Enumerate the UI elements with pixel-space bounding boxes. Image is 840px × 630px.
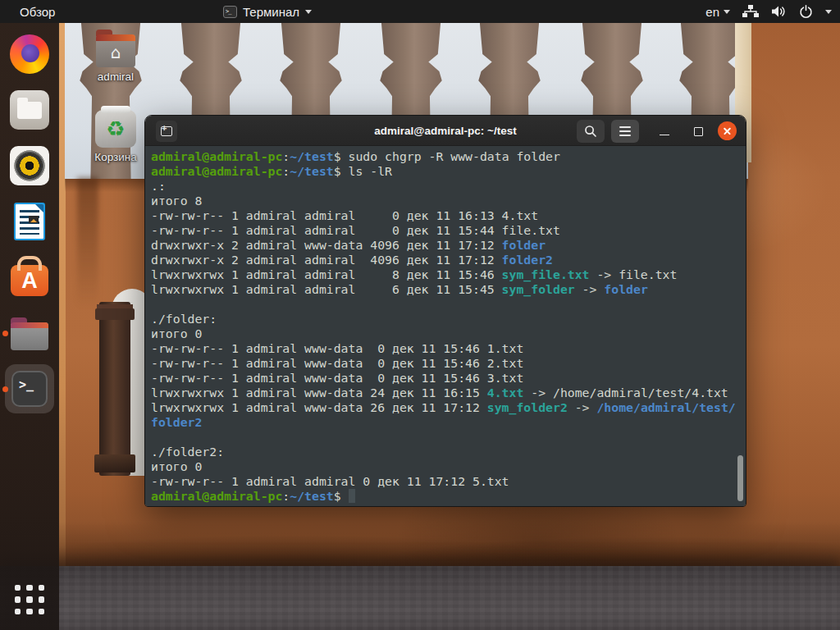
trash-icon: ♻ [95, 110, 136, 148]
close-icon [718, 121, 737, 140]
folder-icon [11, 322, 48, 350]
terminal-line: итого 0 [151, 326, 746, 341]
terminal-line: lrwxrwxrwx 1 admiral admiral 6 дек 11 15… [151, 282, 746, 297]
desktop-icon-trash[interactable]: ♻ Корзина [86, 110, 145, 163]
desktop-icon-label: Корзина [86, 151, 145, 163]
terminal-line: folder2 [151, 415, 746, 430]
new-tab-icon [161, 126, 172, 136]
terminal-line: lrwxrwxrwx 1 admiral www-data 26 дек 11 … [151, 400, 746, 415]
house-icon: ⌂ [96, 44, 135, 61]
language-label: en [705, 5, 719, 19]
terminal-body[interactable]: admiral@admiral-pc:~/test$ sudo chgrp -R… [145, 146, 746, 507]
terminal-line: -rw-rw-r-- 1 admiral www-data 0 дек 11 1… [151, 341, 746, 356]
rhythmbox-icon [10, 146, 49, 185]
show-applications-button[interactable] [0, 581, 59, 620]
app-menu-label: Терминал [243, 5, 299, 19]
search-button[interactable] [577, 120, 605, 143]
home-folder-icon: ⌂ [96, 34, 135, 67]
terminal-line: -rw-rw-r-- 1 admiral admiral 0 дек 11 15… [151, 223, 746, 238]
maximize-icon [694, 127, 703, 136]
terminal-line: -rw-rw-r-- 1 admiral www-data 0 дек 11 1… [151, 371, 746, 386]
terminal-app-icon [11, 371, 48, 407]
terminal-line [151, 297, 746, 312]
power-icon[interactable] [799, 5, 813, 19]
dock-item-ubuntu-software[interactable] [0, 258, 59, 297]
language-indicator[interactable]: en [705, 5, 730, 19]
terminal-line: admiral@admiral-pc:~/test$ sudo chgrp -R… [151, 149, 746, 164]
terminal-line: admiral@admiral-pc:~/test$ [151, 489, 746, 504]
terminal-window: admiral@admiral-pc: ~/test [144, 115, 746, 507]
wallpaper-pavement [0, 566, 840, 630]
search-icon [584, 125, 597, 138]
terminal-line [151, 430, 746, 445]
new-tab-button[interactable] [156, 121, 177, 142]
system-status-area: en [705, 5, 832, 19]
menu-button[interactable] [611, 120, 639, 143]
terminal-line: lrwxrwxrwx 1 admiral www-data 24 дек 11 … [151, 386, 746, 400]
terminal-line: ./folder: [151, 312, 746, 326]
terminal-line: -rw-rw-r-- 1 admiral admiral 0 дек 11 17… [151, 474, 746, 489]
wallpaper-arch-column [99, 302, 130, 476]
files-icon [10, 90, 49, 130]
running-indicator [2, 386, 8, 392]
apps-grid-icon [15, 585, 44, 614]
terminal-line: .: [151, 179, 746, 194]
maximize-button[interactable] [689, 123, 707, 139]
top-bar: Обзор Терминал en [0, 0, 840, 23]
firefox-icon [10, 34, 49, 74]
terminal-scrollbar[interactable] [737, 455, 743, 501]
wallpaper-wall-base [59, 522, 840, 568]
trash-lid [101, 106, 130, 113]
minimize-button[interactable] [655, 123, 673, 139]
terminal-line: lrwxrwxrwx 1 admiral admiral 8 дек 11 15… [151, 267, 746, 282]
dock-item-libreoffice-writer[interactable] [0, 202, 59, 241]
recycle-icon: ♻ [95, 118, 136, 139]
chevron-down-icon [724, 10, 730, 14]
minimize-icon [660, 135, 669, 136]
chevron-down-icon[interactable] [825, 10, 832, 14]
ubuntu-software-icon [11, 265, 48, 296]
terminal-line: admiral@admiral-pc:~/test$ ls -lR [151, 164, 746, 179]
volume-icon[interactable] [771, 5, 787, 18]
running-indicator [2, 331, 8, 336]
activities-button[interactable]: Обзор [11, 5, 63, 19]
libreoffice-writer-icon [14, 203, 45, 240]
terminal-line: drwxrwxr-x 2 admiral admiral 4096 дек 11… [151, 253, 746, 267]
wallpaper-stain [77, 177, 98, 308]
terminal-titlebar[interactable]: admiral@admiral-pc: ~/test [145, 116, 746, 146]
dock-item-rhythmbox[interactable] [0, 146, 59, 185]
terminal-line: -rw-rw-r-- 1 admiral admiral 0 дек 11 16… [151, 208, 746, 223]
dock-item-files[interactable] [0, 90, 59, 130]
terminal-line: итого 0 [151, 459, 746, 474]
dock-item-files-folder[interactable] [0, 313, 59, 353]
desktop: ⌂ admiral ♻ Корзина [0, 0, 840, 630]
terminal-line: -rw-rw-r-- 1 admiral www-data 0 дек 11 1… [151, 356, 746, 371]
terminal-line: drwxrwxr-x 2 admiral www-data 4096 дек 1… [151, 238, 746, 253]
dock [0, 23, 59, 630]
chevron-down-icon [305, 10, 312, 14]
network-icon[interactable] [742, 5, 759, 18]
terminal-line: итого 8 [151, 194, 746, 208]
dock-item-terminal[interactable] [0, 369, 59, 409]
desktop-icon-home-folder[interactable]: ⌂ admiral [86, 30, 145, 83]
terminal-output: admiral@admiral-pc:~/test$ sudo chgrp -R… [151, 149, 746, 504]
terminal-line: ./folder2: [151, 445, 746, 459]
hamburger-icon [619, 126, 631, 136]
terminal-icon [223, 6, 237, 18]
app-menu-button[interactable]: Терминал [223, 5, 312, 19]
close-button[interactable] [718, 121, 737, 140]
dock-item-firefox[interactable] [0, 34, 59, 74]
desktop-icon-label: admiral [86, 71, 145, 83]
